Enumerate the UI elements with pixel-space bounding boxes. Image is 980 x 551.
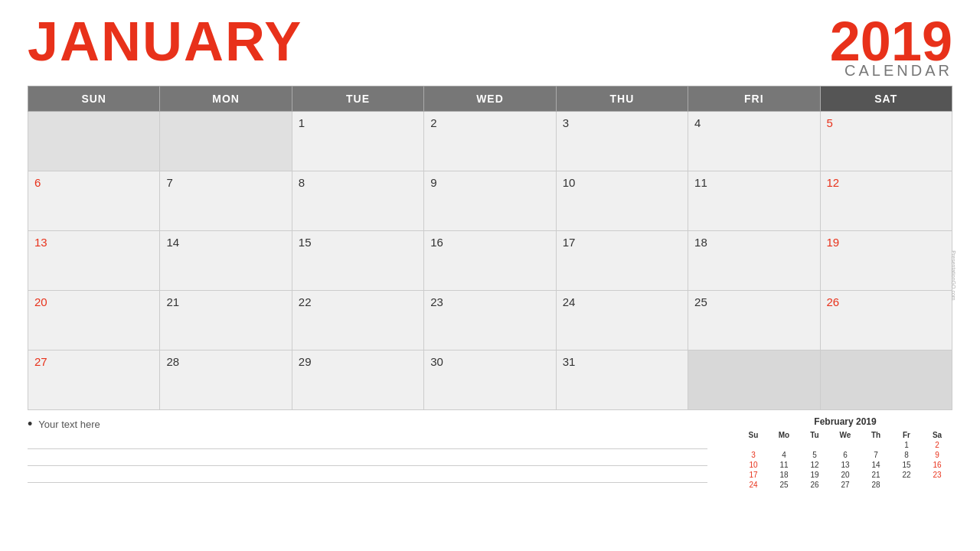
mini-day: 28 (861, 480, 891, 490)
calendar-day: 15 (292, 231, 423, 291)
mini-day: 19 (799, 470, 830, 480)
mini-day (891, 480, 922, 490)
header-sat: SAT (820, 86, 952, 112)
mini-day (738, 440, 769, 450)
bullet-icon: • (28, 416, 32, 432)
calendar-day: 9 (424, 171, 556, 231)
calendar-day: 20 (28, 291, 160, 350)
calendar-day: 28 (160, 350, 292, 410)
year-block: 2019 CALENDAR (830, 14, 952, 78)
notes-text: Your text here (38, 419, 100, 430)
mini-week-4: 17181920212223 (738, 470, 952, 480)
mini-cal-body: 1234567891011121314151617181920212223242… (738, 440, 952, 490)
mini-week-2: 3456789 (738, 450, 952, 460)
calendar-week-2: 6789101112 (28, 171, 952, 231)
mini-day: 10 (738, 460, 769, 470)
header-tue: TUE (292, 86, 423, 112)
mini-day: 7 (861, 450, 891, 460)
mini-week-5: 2425262728 (738, 480, 952, 490)
mini-day: 27 (830, 480, 861, 490)
calendar-day (688, 350, 820, 410)
mini-day: 12 (799, 460, 830, 470)
days-header-row: SUN MON TUE WED THU FRI SAT (28, 86, 952, 112)
calendar-day: 5 (820, 112, 952, 171)
mini-day (799, 440, 830, 450)
mini-day: 24 (738, 480, 769, 490)
mini-day: 15 (891, 460, 922, 470)
calendar-day: 22 (292, 291, 423, 350)
mini-day: 20 (830, 470, 861, 480)
calendar-day (160, 112, 292, 171)
calendar-day: 26 (820, 291, 952, 350)
footer: • Your text here February 2019 SuMoTuWeT… (0, 410, 980, 490)
mini-day: 2 (922, 440, 952, 450)
calendar-week-1: 12345 (28, 112, 952, 171)
mini-day (830, 440, 861, 450)
mini-day: 25 (769, 480, 799, 490)
mini-header-mo: Mo (769, 430, 799, 440)
calendar-day: 21 (160, 291, 292, 350)
mini-header-su: Su (738, 430, 769, 440)
mini-calendar: February 2019 SuMoTuWeThFrSa 12345678910… (738, 416, 952, 490)
mini-day (769, 440, 799, 450)
calendar-day: 31 (556, 350, 688, 410)
calendar-day: 6 (28, 171, 160, 231)
calendar-table: SUN MON TUE WED THU FRI SAT 123456789101… (28, 86, 952, 410)
calendar-day: 23 (424, 291, 556, 350)
calendar-day: 3 (556, 112, 688, 171)
notes-line-1 (28, 437, 707, 449)
mini-header-th: Th (861, 430, 891, 440)
calendar-week-5: 2728293031 (28, 350, 952, 410)
mini-day: 11 (769, 460, 799, 470)
header-mon: MON (160, 86, 292, 112)
mini-day (861, 440, 891, 450)
calendar-day: 4 (688, 112, 820, 171)
calendar-day: 29 (292, 350, 423, 410)
header-wed: WED (424, 86, 556, 112)
calendar-day: 14 (160, 231, 292, 291)
calendar-day: 1 (292, 112, 423, 171)
calendar-day: 8 (292, 171, 423, 231)
mini-day: 4 (769, 450, 799, 460)
notes-line-3 (28, 471, 707, 483)
calendar-day: 11 (688, 171, 820, 231)
mini-day: 21 (861, 470, 891, 480)
calendar-day: 16 (424, 231, 556, 291)
header-fri: FRI (688, 86, 820, 112)
mini-day (922, 480, 952, 490)
mini-week-1: 12 (738, 440, 952, 450)
mini-week-3: 10111213141516 (738, 460, 952, 470)
mini-day: 8 (891, 450, 922, 460)
mini-day: 23 (922, 470, 952, 480)
side-watermark: PresentationGO.com (951, 250, 956, 300)
notes-lines (28, 437, 707, 483)
mini-header-we: We (830, 430, 861, 440)
calendar-day: 25 (688, 291, 820, 350)
calendar-day (820, 350, 952, 410)
mini-day: 6 (830, 450, 861, 460)
mini-day: 26 (799, 480, 830, 490)
calendar-day: 7 (160, 171, 292, 231)
mini-day: 16 (922, 460, 952, 470)
calendar-day (28, 112, 160, 171)
mini-day: 3 (738, 450, 769, 460)
notes-section: • Your text here (28, 416, 738, 487)
calendar-day: 19 (820, 231, 952, 291)
mini-day: 5 (799, 450, 830, 460)
calendar-day: 24 (556, 291, 688, 350)
mini-day: 22 (891, 470, 922, 480)
calendar-day: 30 (424, 350, 556, 410)
calendar-day: 2 (424, 112, 556, 171)
mini-header-row: SuMoTuWeThFrSa (738, 430, 952, 440)
notes-line-2 (28, 454, 707, 466)
calendar-week-4: 20212223242526 (28, 291, 952, 350)
calendar-day: 12 (820, 171, 952, 231)
calendar-week-3: 13141516171819 (28, 231, 952, 291)
header: JANUARY 2019 CALENDAR (0, 0, 980, 86)
calendar-header: SUN MON TUE WED THU FRI SAT (28, 86, 952, 112)
mini-day: 9 (922, 450, 952, 460)
calendar-day: 27 (28, 350, 160, 410)
calendar-label: CALENDAR (830, 63, 952, 78)
header-sun: SUN (28, 86, 160, 112)
calendar-day: 10 (556, 171, 688, 231)
